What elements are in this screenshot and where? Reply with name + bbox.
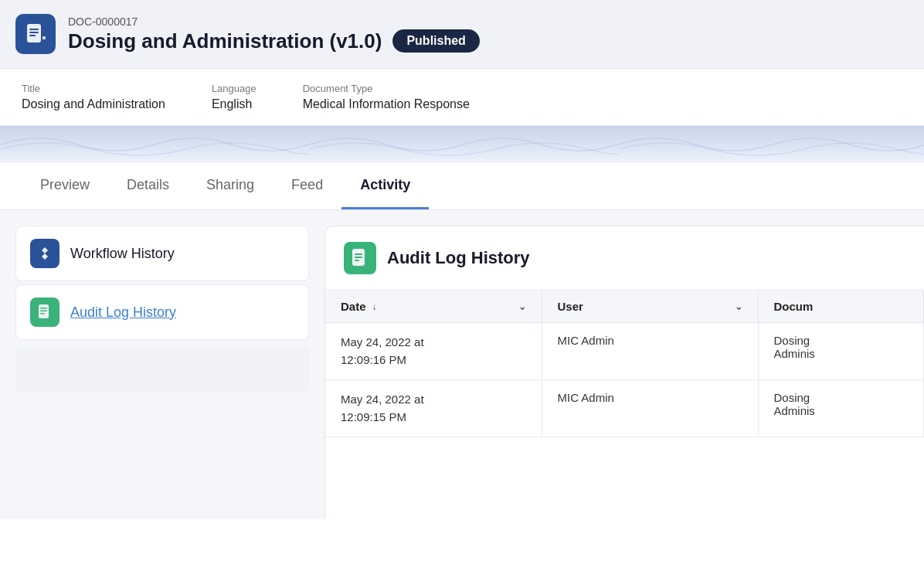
- doc-id: DOC-0000017: [68, 15, 480, 28]
- svg-rect-8: [40, 313, 45, 314]
- sidebar-item-workflow-history[interactable]: Workflow History: [15, 226, 309, 281]
- page-header: DOC-0000017 Dosing and Administration (v…: [0, 0, 924, 69]
- published-badge: Published: [392, 29, 479, 53]
- table-row: May 24, 2022 at12:09:15 PMMIC AdminDosin…: [325, 380, 924, 437]
- user-col-label: User: [558, 300, 583, 313]
- audit-log-table: Date ↓ ⌄ User ⌄ Docum: [325, 291, 924, 437]
- table-header-row: Date ↓ ⌄ User ⌄ Docum: [325, 291, 924, 323]
- meta-doc-type: Document Type Medical Information Respon…: [303, 83, 470, 111]
- tab-details[interactable]: Details: [108, 163, 188, 209]
- meta-doc-type-label: Document Type: [303, 83, 470, 94]
- chevron-down-icon: ⌄: [518, 301, 526, 312]
- cell-date: May 24, 2022 at12:09:15 PM: [325, 380, 542, 437]
- meta-title-value: Dosing and Administration: [22, 97, 165, 111]
- tab-preview[interactable]: Preview: [22, 163, 108, 209]
- date-col-label: Date: [341, 300, 366, 313]
- decorative-wave-band: [0, 126, 924, 163]
- meta-title-label: Title: [22, 83, 165, 94]
- cell-user: MIC Admin: [542, 380, 758, 437]
- sidebar-item-audit-log-history[interactable]: Audit Log History: [15, 284, 309, 340]
- workflow-history-label: Workflow History: [70, 246, 175, 262]
- header-text-block: DOC-0000017 Dosing and Administration (v…: [68, 15, 480, 53]
- svg-rect-3: [29, 35, 36, 36]
- main-content: Workflow History Audit Log History Audit…: [0, 210, 924, 519]
- audit-log-history-icon: [30, 298, 59, 327]
- header-title-row: Dosing and Administration (v1.0) Publish…: [68, 29, 480, 53]
- col-header-document: Docum: [758, 291, 924, 323]
- sidebar-extra-block: [15, 346, 309, 393]
- meta-language: Language English: [212, 83, 256, 111]
- tab-sharing[interactable]: Sharing: [188, 163, 273, 209]
- audit-log-icon: [344, 242, 376, 274]
- col-header-user[interactable]: User ⌄: [542, 291, 758, 323]
- svg-rect-1: [29, 29, 39, 30]
- meta-title: Title Dosing and Administration: [22, 83, 165, 111]
- audit-log-title: Audit Log History: [387, 248, 530, 268]
- svg-rect-4: [42, 36, 46, 39]
- cell-document: DosingAdminis: [758, 380, 924, 437]
- svg-rect-6: [40, 308, 47, 309]
- svg-rect-2: [29, 32, 39, 33]
- meta-doc-type-value: Medical Information Response: [303, 97, 470, 111]
- svg-rect-12: [355, 260, 359, 261]
- col-header-date[interactable]: Date ↓ ⌄: [325, 291, 542, 323]
- tabs: PreviewDetailsSharingFeedActivity: [22, 163, 902, 209]
- svg-rect-10: [355, 253, 362, 255]
- svg-rect-11: [355, 257, 362, 258]
- sidebar: Workflow History Audit Log History: [0, 226, 324, 519]
- meta-language-label: Language: [212, 83, 256, 94]
- tabs-container: PreviewDetailsSharingFeedActivity: [0, 163, 924, 210]
- svg-rect-7: [40, 311, 47, 312]
- tab-activity[interactable]: Activity: [341, 163, 429, 209]
- cell-user: MIC Admin: [542, 323, 758, 380]
- right-panel: Audit Log History Date ↓ ⌄ User: [324, 226, 924, 519]
- cell-date: May 24, 2022 at12:09:16 PM: [325, 323, 542, 380]
- audit-log-header: Audit Log History: [325, 226, 924, 291]
- cell-document: DosingAdminis: [758, 323, 924, 380]
- meta-row: Title Dosing and Administration Language…: [0, 69, 924, 126]
- tab-feed[interactable]: Feed: [273, 163, 341, 209]
- chevron-down-icon-user: ⌄: [735, 301, 742, 312]
- table-row: May 24, 2022 at12:09:16 PMMIC AdminDosin…: [325, 323, 924, 380]
- doc-col-label: Docum: [774, 300, 814, 313]
- doc-title: Dosing and Administration (v1.0): [68, 29, 382, 53]
- meta-language-value: English: [212, 97, 256, 111]
- workflow-history-icon: [30, 239, 59, 268]
- doc-type-icon: [15, 14, 56, 54]
- audit-log-history-label: Audit Log History: [70, 304, 176, 321]
- sort-icon: ↓: [372, 301, 377, 312]
